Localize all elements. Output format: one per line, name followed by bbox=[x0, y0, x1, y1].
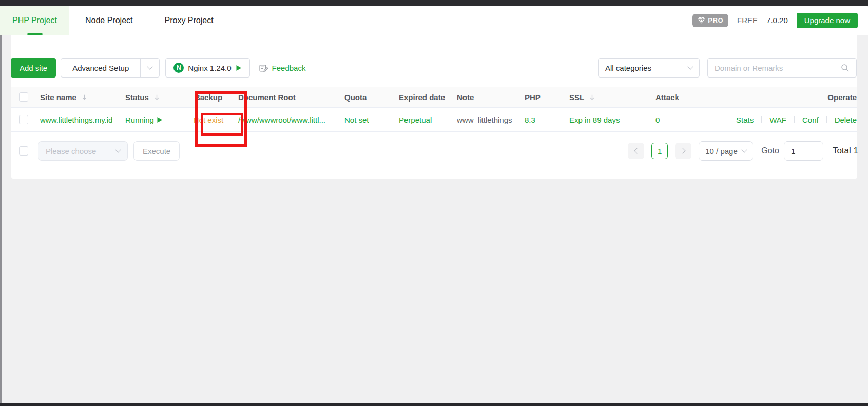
select-all-checkbox[interactable] bbox=[19, 92, 28, 102]
screen: PHP Project Node Project Proxy Project P… bbox=[0, 0, 868, 406]
top-dark-edge bbox=[0, 0, 868, 6]
conf-link[interactable]: Conf bbox=[802, 115, 819, 124]
operate-cell: Stats WAF Conf Delete bbox=[721, 115, 857, 124]
backup-status-link[interactable]: Not exist bbox=[194, 115, 223, 124]
prev-page-button[interactable] bbox=[628, 143, 644, 159]
pro-badge: PRO bbox=[692, 14, 728, 27]
ssl-status-link[interactable]: Exp in 89 days bbox=[569, 115, 620, 124]
gem-icon bbox=[698, 17, 705, 24]
tab-php-project[interactable]: PHP Project bbox=[0, 6, 69, 35]
current-page-button[interactable]: 1 bbox=[651, 143, 668, 159]
table-footer: Please choose Execute 1 10 / page Goto T… bbox=[11, 141, 858, 161]
execute-button[interactable]: Execute bbox=[133, 141, 180, 161]
site-name-link[interactable]: www.littlethings.my.id bbox=[40, 115, 112, 124]
chevron-down-icon bbox=[742, 147, 747, 152]
header-site-name[interactable]: Site name bbox=[40, 93, 125, 102]
tab-proxy-label: Proxy Project bbox=[165, 16, 214, 25]
tab-node-project[interactable]: Node Project bbox=[69, 6, 149, 35]
total-count-label: Total 1 bbox=[833, 146, 858, 156]
active-tab-underline bbox=[27, 33, 43, 35]
toolbar: Add site Advanced Setup N Nginx 1.24.0 F… bbox=[11, 58, 857, 78]
advanced-setup-button[interactable]: Advanced Setup bbox=[61, 59, 140, 77]
play-icon bbox=[236, 65, 242, 71]
header-note: Note bbox=[457, 93, 525, 102]
goto-label: Goto bbox=[761, 146, 779, 156]
page-size-select[interactable]: 10 / page bbox=[699, 141, 753, 161]
expired-date-link[interactable]: Perpetual bbox=[399, 115, 432, 124]
arrow-down-icon bbox=[153, 94, 160, 101]
bulk-action-select[interactable]: Please choose bbox=[38, 141, 128, 161]
table-row: www.littlethings.my.id Running Not exist… bbox=[11, 108, 857, 132]
feedback-label: Feedback bbox=[272, 64, 306, 72]
header-attack: Attack bbox=[655, 93, 721, 102]
header-php: PHP bbox=[525, 93, 569, 102]
attack-count-link[interactable]: 0 bbox=[655, 115, 660, 124]
next-page-button[interactable] bbox=[675, 143, 691, 159]
upgrade-now-button[interactable]: Upgrade now bbox=[797, 13, 858, 28]
arrow-down-icon bbox=[589, 94, 595, 101]
add-site-button[interactable]: Add site bbox=[11, 58, 56, 78]
document-root-link[interactable]: /www/wwwroot/www.littl... bbox=[238, 115, 325, 124]
status-label: Running bbox=[125, 115, 154, 124]
header-backup[interactable]: Backup bbox=[179, 93, 238, 102]
bottom-dark-edge bbox=[0, 403, 868, 406]
header-quota: Quota bbox=[344, 93, 399, 102]
site-search-box bbox=[707, 58, 857, 78]
tab-proxy-project[interactable]: Proxy Project bbox=[149, 6, 229, 35]
separator bbox=[794, 116, 795, 123]
separator bbox=[761, 116, 762, 123]
pro-badge-label: PRO bbox=[708, 16, 723, 24]
waf-link[interactable]: WAF bbox=[769, 115, 786, 124]
row-checkbox[interactable] bbox=[19, 115, 28, 124]
page-size-value: 10 / page bbox=[705, 147, 738, 156]
tab-node-label: Node Project bbox=[85, 16, 133, 25]
webserver-button[interactable]: N Nginx 1.24.0 bbox=[165, 58, 249, 78]
tab-php-label: PHP Project bbox=[12, 16, 57, 25]
header-document-root: Document Root bbox=[238, 93, 344, 102]
category-filter-value: All categories bbox=[605, 64, 651, 72]
status-cell[interactable]: Running bbox=[125, 115, 179, 124]
header-ssl[interactable]: SSL bbox=[569, 93, 655, 102]
bulk-action-placeholder: Please choose bbox=[46, 147, 96, 156]
plan-label: FREE bbox=[737, 16, 758, 25]
separator bbox=[826, 116, 827, 123]
toolbar-right: All categories bbox=[598, 58, 857, 78]
arrow-down-icon bbox=[81, 94, 88, 101]
site-table: Site name Status Backup Document Root Qu… bbox=[11, 87, 857, 132]
category-filter-select[interactable]: All categories bbox=[598, 58, 700, 78]
advanced-setup-split-button: Advanced Setup bbox=[61, 58, 160, 78]
table-header-row: Site name Status Backup Document Root Qu… bbox=[11, 87, 857, 108]
chevron-left-icon bbox=[634, 148, 640, 153]
version-label: 7.0.20 bbox=[766, 16, 788, 25]
note-value[interactable]: www_littlethings bbox=[457, 115, 512, 124]
chevron-down-icon bbox=[687, 64, 693, 69]
advanced-setup-dropdown-toggle[interactable] bbox=[140, 59, 159, 77]
left-dark-edge bbox=[0, 6, 2, 406]
webserver-label: Nginx 1.24.0 bbox=[188, 64, 231, 72]
quota-link[interactable]: Not set bbox=[344, 115, 369, 124]
chevron-down-icon bbox=[115, 147, 121, 152]
footer-select-all-checkbox[interactable] bbox=[19, 146, 28, 156]
header-expired-date: Expired date bbox=[399, 93, 457, 102]
chevron-right-icon bbox=[680, 148, 685, 153]
license-area: PRO FREE 7.0.20 Upgrade now bbox=[692, 6, 868, 35]
goto-page-input[interactable] bbox=[784, 141, 823, 161]
header-operate: Operate bbox=[721, 93, 857, 102]
magnifier-icon[interactable] bbox=[841, 64, 850, 72]
delete-link[interactable]: Delete bbox=[835, 115, 857, 124]
nginx-n-icon: N bbox=[173, 63, 184, 73]
chevron-down-icon bbox=[147, 64, 153, 69]
site-search-input[interactable] bbox=[715, 64, 833, 72]
feedback-link[interactable]: Feedback bbox=[259, 63, 306, 73]
header-status[interactable]: Status bbox=[125, 93, 179, 102]
php-version-link[interactable]: 8.3 bbox=[525, 115, 535, 124]
stats-link[interactable]: Stats bbox=[736, 115, 754, 124]
play-icon bbox=[157, 117, 163, 123]
edit-note-icon bbox=[259, 63, 268, 73]
pagination: 1 10 / page Goto Total 1 bbox=[628, 141, 858, 161]
project-tabbar: PHP Project Node Project Proxy Project P… bbox=[0, 6, 868, 35]
